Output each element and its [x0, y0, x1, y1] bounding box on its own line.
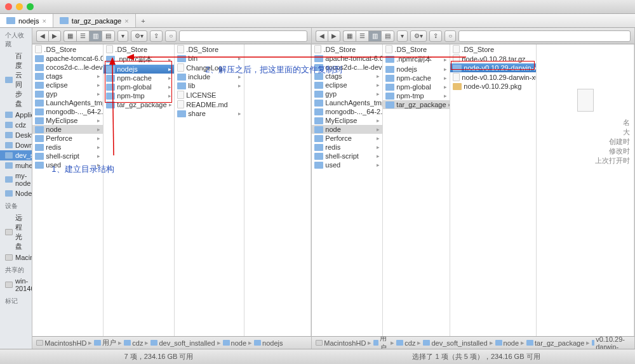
list-item[interactable]: .DS_Store	[450, 44, 536, 54]
tags-button[interactable]: ○	[165, 30, 177, 42]
close-icon[interactable]: ×	[124, 17, 128, 25]
path-segment[interactable]: dev_soft_installed	[423, 339, 487, 347]
add-tab-button[interactable]: +	[136, 14, 151, 27]
list-item[interactable]: bin▸	[175, 54, 244, 63]
sidebar-item[interactable]: my-node	[0, 171, 32, 188]
list-item[interactable]: Perforce▸	[32, 134, 103, 143]
list-item[interactable]: apache-tomcat-6.0.37▸	[312, 54, 382, 63]
list-item[interactable]: node-v0.10.29-darwin-x64▸	[450, 63, 536, 72]
list-item[interactable]: .DS_Store	[312, 44, 382, 54]
list-item[interactable]: npm-cache▸	[104, 74, 174, 82]
share-button[interactable]: ⇪	[150, 30, 163, 42]
list-item[interactable]: tar_gz_package▸	[104, 100, 174, 109]
path-segment[interactable]: node	[223, 339, 246, 347]
list-item[interactable]: cocos2d-c...le-develop▸	[312, 63, 382, 72]
list-item[interactable]: .npmrc副本▸	[383, 54, 450, 65]
path-segment[interactable]: node-v0.10.29-darwin-x64.tar.gz	[592, 336, 631, 349]
forward-button[interactable]: ▶	[328, 30, 340, 42]
list-item[interactable]: node▸	[32, 125, 103, 134]
arrange-button[interactable]: ▾	[117, 30, 128, 42]
list-item[interactable]: shell-script▸	[312, 152, 382, 160]
list-item[interactable]: MyEclipse▸	[32, 116, 103, 125]
sidebar-item[interactable]: cdz	[0, 120, 32, 130]
sidebar-item[interactable]: Applications	[0, 110, 32, 120]
tags-button[interactable]: ○	[444, 30, 456, 42]
list-item[interactable]: node▸	[312, 125, 382, 134]
sidebar-item[interactable]: 远程光盘	[0, 212, 32, 252]
list-item[interactable]: mongodb-..._64-2.6.1▸	[32, 107, 103, 116]
list-item[interactable]: .DS_Store	[104, 44, 174, 54]
list-item[interactable]: cocos2d-c...le-develop▸	[32, 63, 103, 72]
sidebar-item[interactable]: Desktop	[0, 130, 32, 140]
zoom-icon[interactable]	[27, 3, 34, 10]
view-list-button[interactable]: ☰	[76, 30, 89, 42]
path-segment[interactable]: 用户	[94, 338, 116, 348]
view-cover-button[interactable]: ▤	[102, 30, 115, 42]
sidebar-item[interactable]: muhe	[0, 160, 32, 171]
tab-targz[interactable]: tar_gz_package ×	[53, 14, 136, 27]
list-item[interactable]: .DS_Store	[383, 44, 450, 54]
list-item[interactable]: eclipse▸	[32, 81, 103, 89]
view-icon-button[interactable]: ▦	[343, 30, 356, 42]
sidebar-item[interactable]: Downloads	[0, 140, 32, 150]
list-item[interactable]: Perforce▸	[312, 134, 382, 143]
arrange-button[interactable]: ▾	[397, 30, 408, 42]
search-input[interactable]	[179, 30, 307, 42]
list-item[interactable]: npm-tmp▸	[104, 91, 174, 100]
list-item[interactable]: apache-tomcat-6.0.37▸	[32, 54, 103, 63]
search-input[interactable]	[458, 30, 631, 42]
view-icon-button[interactable]: ▦	[64, 30, 76, 42]
view-cover-button[interactable]: ▤	[381, 30, 394, 42]
path-segment[interactable]: cdz	[396, 339, 415, 347]
path-segment[interactable]: MacintoshHD	[36, 339, 86, 347]
list-item[interactable]: LICENSE	[175, 90, 244, 100]
list-item[interactable]: npm-global▸	[383, 82, 450, 91]
list-item[interactable]: used▸	[312, 160, 382, 169]
share-button[interactable]: ⇪	[429, 30, 442, 42]
view-list-button[interactable]: ☰	[356, 30, 368, 42]
list-item[interactable]: .npmrc副本▸	[104, 54, 174, 65]
path-segment[interactable]: 用户	[373, 336, 389, 349]
list-item[interactable]: lib▸	[175, 81, 244, 90]
list-item[interactable]: node-v0.10.29-darwin-x64.tar.gz	[450, 72, 536, 82]
minimize-icon[interactable]	[16, 3, 23, 10]
list-item[interactable]: mongodb-..._64-2.6.1▸	[312, 107, 382, 116]
tab-nodejs[interactable]: nodejs ×	[0, 14, 53, 27]
list-item[interactable]: README.md	[175, 100, 244, 109]
list-item[interactable]: npm-cache▸	[383, 74, 450, 82]
list-item[interactable]: ctags▸	[32, 72, 103, 81]
list-item[interactable]: .DS_Store	[32, 44, 103, 54]
path-segment[interactable]: MacintoshHD	[316, 339, 366, 347]
path-segment[interactable]: dev_soft_installed	[150, 339, 215, 347]
list-item[interactable]: MyEclipse▸	[312, 116, 382, 125]
list-item[interactable]: .DS_Store	[175, 44, 244, 54]
list-item[interactable]: node-v0.10.29.pkg	[450, 82, 536, 91]
back-button[interactable]: ◀	[316, 30, 328, 42]
sidebar-item[interactable]: win-20140...	[0, 276, 32, 294]
path-segment[interactable]: cdz	[124, 339, 143, 347]
list-item[interactable]: include▸	[175, 72, 244, 81]
list-item[interactable]: ChangeLog	[175, 63, 244, 72]
list-item[interactable]: LaunchAgents_tmp▸	[32, 98, 103, 107]
list-item[interactable]: eclipse▸	[312, 81, 382, 89]
sidebar-item[interactable]: MacintoshHD	[0, 252, 32, 263]
back-button[interactable]: ◀	[36, 30, 48, 42]
list-item[interactable]: ctags▸	[312, 72, 382, 81]
list-item[interactable]: shell-script▸	[32, 152, 103, 160]
path-segment[interactable]: tar_gz_package	[526, 339, 584, 347]
path-segment[interactable]: nodejs	[254, 339, 283, 347]
list-item[interactable]: npm-global▸	[104, 82, 174, 91]
list-item[interactable]: LaunchAgents_tmp▸	[312, 98, 382, 107]
view-column-button[interactable]: ▥	[89, 30, 102, 42]
list-item[interactable]: share▸	[175, 109, 244, 118]
action-button[interactable]: ⚙▾	[410, 30, 427, 42]
list-item[interactable]: npm-tmp▸	[383, 91, 450, 100]
forward-button[interactable]: ▶	[48, 30, 61, 42]
sidebar-item[interactable]: 百度云同步盘	[0, 50, 32, 110]
list-item[interactable]: nodejs▸	[104, 65, 174, 74]
list-item[interactable]: redis▸	[32, 143, 103, 152]
path-segment[interactable]: node	[495, 339, 519, 347]
close-icon[interactable]	[5, 3, 12, 10]
list-item[interactable]: gyp▸	[312, 89, 382, 98]
view-column-button[interactable]: ▥	[368, 30, 381, 42]
